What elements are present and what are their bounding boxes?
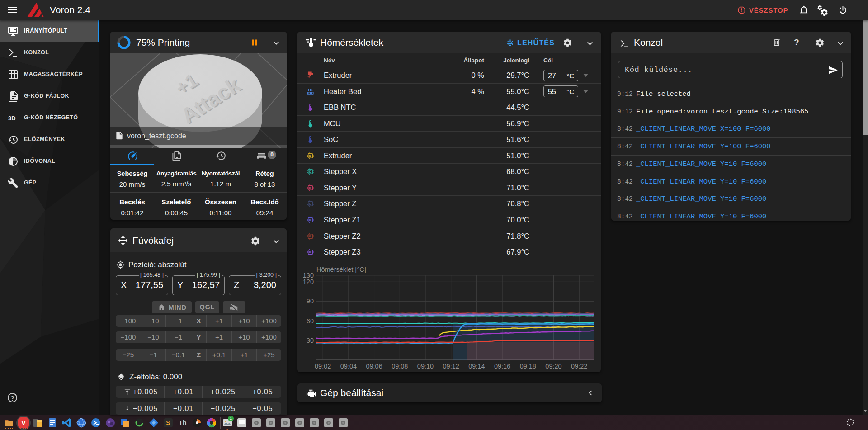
svg-text:90: 90	[307, 298, 314, 305]
svg-text:09:08: 09:08	[392, 363, 408, 370]
svg-text:09:04: 09:04	[340, 363, 357, 370]
svg-text:S: S	[166, 419, 170, 426]
svg-text:3D: 3D	[8, 115, 16, 122]
svg-text:09:18: 09:18	[520, 363, 536, 370]
svg-text:09:14: 09:14	[468, 363, 485, 370]
svg-text:09:16: 09:16	[494, 363, 510, 370]
svg-text:60: 60	[307, 317, 314, 325]
svg-text:09:02: 09:02	[315, 363, 331, 370]
svg-text:30: 30	[307, 337, 314, 344]
svg-text:09:06: 09:06	[366, 363, 382, 370]
svg-text:Hőmérséklet [°C]: Hőmérséklet [°C]	[316, 266, 366, 273]
svg-text:09:22: 09:22	[571, 363, 587, 370]
svg-text:120: 120	[303, 278, 314, 285]
svg-text:09:10: 09:10	[417, 363, 434, 370]
svg-text:09:12: 09:12	[443, 363, 459, 370]
svg-text:09:20: 09:20	[545, 363, 561, 370]
